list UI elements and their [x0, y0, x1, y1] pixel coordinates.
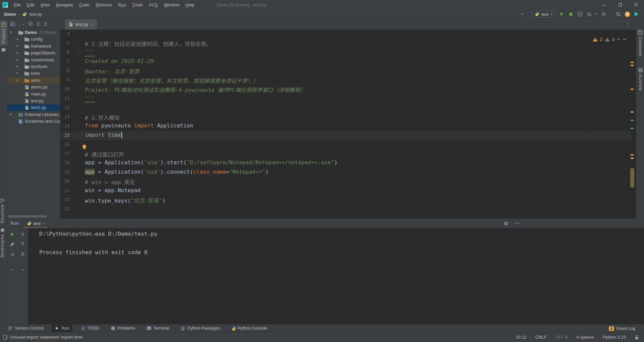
tree-item-demo[interactable]: ▾DemoD:\Demo [7, 29, 60, 36]
tree-item-venv[interactable]: ▸venv [7, 77, 60, 84]
stripe-mark[interactable] [631, 154, 634, 156]
status-item-crlf[interactable]: CRLF [535, 335, 547, 340]
status-item-15-12[interactable]: 15:12 [516, 335, 527, 340]
toolwindow-python-packages[interactable]: Python Packages [177, 325, 223, 332]
search-icon[interactable] [615, 11, 621, 17]
breadcrumb-file[interactable]: test.py [29, 12, 42, 17]
line-number[interactable]: 6 [60, 49, 70, 55]
chevron-right-icon[interactable]: ▸ [17, 58, 18, 61]
toolwindow-todo[interactable]: TODO [77, 325, 103, 332]
gear-icon[interactable]: ⚙ [504, 221, 508, 227]
fold-marker-icon[interactable]: ∨ [76, 41, 79, 44]
hide-panel-icon[interactable]: — [515, 220, 520, 225]
maximize-icon[interactable] [612, 0, 628, 9]
menu-vcs[interactable]: VCS [146, 0, 161, 9]
toolwindow-version-control[interactable]: Version Control [5, 325, 47, 332]
line-number[interactable]: 20 [60, 178, 70, 184]
status-item-utf-8[interactable]: UTF-8 [555, 335, 568, 340]
kebab-menu-icon[interactable]: ⋮ [626, 21, 631, 26]
menu-navigate[interactable]: Navigate [53, 0, 76, 9]
line-number[interactable]: 23 [60, 206, 70, 212]
toolwindow-problems[interactable]: Problems [107, 325, 139, 332]
tree-item-main-py[interactable]: main.py [7, 91, 60, 98]
chevron-right-icon[interactable]: ▸ [10, 112, 12, 116]
scroll-end-icon[interactable] [18, 252, 28, 256]
line-number[interactable]: 12 [60, 105, 70, 110]
toolwindow-run[interactable]: Run [51, 325, 72, 332]
tree-item-demo-py[interactable]: demo.py [7, 84, 60, 91]
stripe-mark[interactable] [631, 128, 634, 129]
menu-view[interactable]: View [37, 0, 53, 9]
line-number[interactable]: 11 [60, 96, 70, 101]
tree-item-testsuits[interactable]: ▸testSuits [7, 63, 60, 70]
collapse-all-icon[interactable] [44, 22, 48, 26]
horizontal-scrollbar[interactable] [8, 215, 47, 218]
tree-item-scratches-and-con[interactable]: Scratches and Con [7, 118, 60, 125]
stripe-tab-project[interactable]: Project [0, 20, 7, 45]
minimize-icon[interactable] [596, 0, 612, 9]
line-number[interactable]: 16 [60, 141, 70, 147]
fold-marker-icon[interactable]: ∧ [76, 96, 79, 99]
line-number[interactable]: 19 [60, 169, 70, 175]
toolwindow-python-console[interactable]: Python Console [228, 325, 271, 332]
run-config-select[interactable]: test ▼ [532, 10, 556, 18]
status-message[interactable]: Unused import statement 'import time' [10, 335, 83, 340]
tree-item-test-py[interactable]: test.py [7, 98, 60, 104]
menu-edit[interactable]: Edit [24, 0, 37, 9]
error-stripe[interactable] [630, 31, 635, 217]
user-icon[interactable] [512, 11, 518, 17]
line-number[interactable]: 5 [60, 40, 70, 46]
down-arrow-icon[interactable] [18, 241, 28, 246]
scrollbar-thumb[interactable] [630, 168, 634, 187]
update-icon[interactable] [624, 11, 630, 17]
line-number[interactable]: 7 [60, 59, 70, 64]
stripe-mark[interactable] [631, 65, 634, 66]
stripe-mark[interactable] [631, 62, 634, 63]
stripe-tab-sciview[interactable]: SciView [636, 66, 644, 93]
menu-run[interactable]: Run [115, 0, 129, 9]
fold-marker-icon[interactable]: ∨ [76, 123, 79, 127]
stripe-mark[interactable] [631, 111, 634, 113]
tree-item-config[interactable]: ▸config [7, 36, 60, 43]
tool-window-icon[interactable] [1, 48, 6, 52]
coverage-icon[interactable] [577, 11, 583, 17]
menu-code[interactable]: Code [76, 0, 93, 9]
profiler-icon[interactable] [586, 11, 592, 17]
tree-item-framework[interactable]: ▸framework [7, 43, 60, 50]
event-log-button[interactable]: 3 Event Log [609, 325, 635, 332]
menu-window[interactable]: Window [161, 0, 182, 9]
tree-item-pageobjects[interactable]: ▸pageObjects [7, 50, 60, 56]
expand-all-icon[interactable] [36, 22, 40, 26]
status-item-4-spaces[interactable]: 4 spaces [577, 335, 594, 340]
rerun-icon[interactable] [7, 232, 17, 236]
line-number[interactable]: 8 [60, 68, 70, 73]
more-chevrons-icon[interactable]: » [7, 268, 17, 272]
line-number[interactable]: 21 [60, 188, 70, 193]
line-number[interactable]: 14 [60, 123, 70, 128]
tree-item-external-libraries[interactable]: ▸External Libraries [7, 111, 60, 118]
editor-tab-test-py[interactable]: test.py × [65, 19, 97, 30]
stripe-mark[interactable] [631, 158, 634, 159]
line-number[interactable]: 22 [60, 197, 70, 202]
chevron-right-icon[interactable]: ▸ [17, 78, 18, 82]
editor[interactable]: test.py × ⋮ 2 3 45∨# 2.注释：包括记录创建时间，创建人，项… [60, 19, 636, 219]
stripe-mark[interactable] [631, 120, 634, 121]
ide-gradient-icon[interactable] [633, 11, 639, 17]
chevron-down-icon[interactable]: ▼ [595, 13, 598, 16]
close-icon[interactable]: × [43, 221, 45, 226]
fold-marker-icon[interactable]: ∧ [76, 133, 79, 136]
wrench-icon[interactable] [7, 241, 17, 246]
chevron-right-icon[interactable]: ▸ [17, 71, 18, 75]
locate-icon[interactable] [28, 21, 33, 26]
tree-item-test1-py[interactable]: test1.py [7, 104, 60, 111]
chevron-right-icon[interactable]: ▸ [17, 51, 18, 54]
close-icon[interactable] [628, 0, 644, 9]
menu-tools[interactable]: Tools [129, 0, 146, 9]
tree-item-tools[interactable]: ▸tools [7, 70, 60, 77]
line-number[interactable]: 10 [60, 86, 70, 92]
stripe-mark[interactable] [631, 89, 634, 90]
line-number[interactable]: 18 [60, 160, 70, 165]
panel-view-icon[interactable] [10, 22, 15, 26]
menu-refactor[interactable]: Refactor [93, 0, 115, 9]
close-icon[interactable]: × [91, 22, 94, 27]
